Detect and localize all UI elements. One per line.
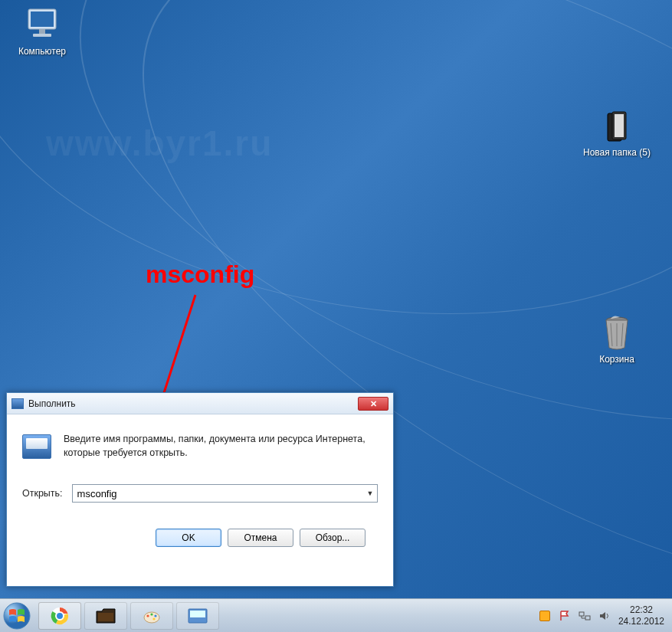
wallpaper-streak	[0, 0, 672, 375]
folder-icon	[598, 107, 635, 144]
svg-rect-24	[579, 612, 584, 616]
taskbar-clock[interactable]: 22:32 24.12.2012	[618, 604, 664, 627]
run-dialog: Выполнить ✕ Введите имя программы, папки…	[6, 392, 394, 587]
ok-button[interactable]: OK	[156, 529, 221, 547]
windows-logo-icon	[3, 602, 31, 630]
annotation-label: msconfig	[146, 260, 254, 289]
svg-rect-16	[98, 613, 113, 621]
chrome-icon	[51, 607, 69, 625]
flag-icon[interactable]	[559, 610, 571, 622]
svg-rect-6	[615, 114, 624, 137]
run-window-icon	[188, 608, 208, 624]
svg-rect-23	[190, 611, 205, 617]
desktop-icon-label: Новая папка (5)	[582, 147, 651, 158]
run-app-icon	[11, 398, 24, 409]
network-icon[interactable]	[579, 610, 591, 622]
svg-point-18	[146, 614, 149, 617]
desktop-icon-new-folder[interactable]: Новая папка (5)	[582, 107, 651, 158]
trash-icon	[598, 314, 635, 351]
taskbar: 22:32 24.12.2012	[0, 598, 672, 632]
browse-button[interactable]: Обзор...	[300, 529, 366, 547]
desktop-icon-computer[interactable]: Компьютер	[8, 6, 77, 57]
chevron-down-icon[interactable]: ▼	[363, 485, 377, 502]
clock-time: 22:32	[618, 604, 664, 615]
desktop-icon-label: Компьютер	[8, 46, 77, 57]
run-dialog-icon	[22, 434, 51, 459]
svg-rect-1	[31, 11, 54, 27]
svg-rect-25	[585, 616, 590, 620]
system-tray: 22:32 24.12.2012	[539, 604, 672, 627]
taskbar-item-run[interactable]	[176, 602, 219, 630]
taskbar-item-explorer[interactable]	[84, 602, 127, 630]
run-dialog-titlebar[interactable]: Выполнить ✕	[7, 393, 393, 414]
svg-point-13	[4, 603, 30, 629]
desktop-icon-trash[interactable]: Корзина	[582, 314, 651, 365]
taskbar-item-paint[interactable]	[130, 602, 173, 630]
close-button[interactable]: ✕	[358, 397, 388, 411]
svg-rect-2	[39, 29, 45, 34]
open-combo[interactable]: ▼	[72, 484, 378, 503]
taskbar-item-chrome[interactable]	[38, 602, 81, 630]
open-input[interactable]	[73, 485, 363, 502]
clock-date: 24.12.2012	[618, 616, 664, 627]
svg-point-19	[150, 613, 152, 615]
run-dialog-title: Выполнить	[28, 398, 76, 409]
svg-point-21	[152, 617, 155, 620]
folder-icon	[96, 608, 116, 624]
svg-rect-3	[33, 34, 51, 37]
tray-app-icon[interactable]	[539, 610, 551, 622]
close-icon: ✕	[370, 399, 377, 408]
svg-point-20	[154, 614, 156, 617]
cancel-button[interactable]: Отмена	[228, 529, 293, 547]
paint-icon	[143, 607, 161, 625]
desktop-icon-label: Корзина	[582, 354, 651, 365]
computer-icon	[24, 6, 61, 43]
watermark: www.byr1.ru	[46, 123, 273, 164]
start-button[interactable]	[0, 599, 34, 633]
run-instruction: Введите имя программы, папки, документа …	[64, 433, 378, 460]
svg-point-15	[56, 612, 64, 620]
volume-icon[interactable]	[598, 610, 611, 622]
open-label: Открыть:	[22, 488, 63, 499]
